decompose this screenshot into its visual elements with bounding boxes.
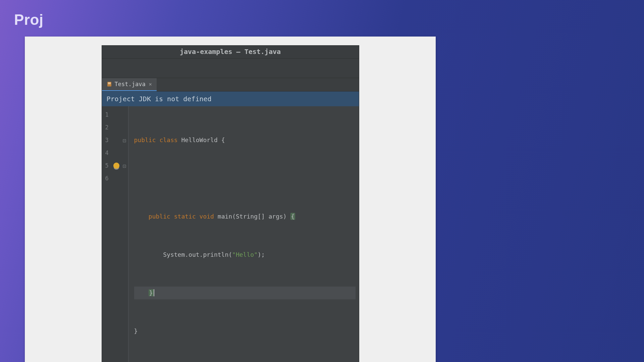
code-line: } xyxy=(134,287,356,299)
fold-icon[interactable] xyxy=(122,138,127,142)
svg-rect-1 xyxy=(108,82,111,83)
jdk-not-defined-banner[interactable]: Project JDK is not defined xyxy=(102,92,359,106)
ide-tab-row: Test.java ✕ xyxy=(102,78,359,92)
page-title: Proj xyxy=(14,11,44,28)
line-number: 6 xyxy=(105,175,109,182)
ide-editor[interactable]: 1 2 3 4 5 6 public class HelloWorld { xyxy=(102,106,359,362)
line-number: 2 xyxy=(105,124,109,131)
code-line: public static void main(String[] args) { xyxy=(134,210,356,223)
code-area[interactable]: public class HelloWorld { public static … xyxy=(129,106,359,362)
line-number: 3 xyxy=(105,137,109,143)
ide-toolbar xyxy=(102,59,359,78)
svg-rect-2 xyxy=(108,83,111,84)
fold-icon[interactable] xyxy=(122,163,127,168)
line-number-gutter: 1 2 3 4 5 6 xyxy=(102,106,129,362)
code-line xyxy=(134,172,356,185)
ide-tab-label: Test.java xyxy=(115,81,146,87)
code-line: System.out.println("Hello"); xyxy=(134,248,356,261)
ide-tab-test-java[interactable]: Test.java ✕ xyxy=(102,78,157,91)
line-number: 5 xyxy=(105,162,109,169)
lightbulb-icon[interactable] xyxy=(113,163,119,169)
java-file-icon xyxy=(107,81,112,87)
line-number: 1 xyxy=(105,111,109,118)
ide-screenshot: java-examples – Test.java Test.java ✕ Pr… xyxy=(102,45,359,362)
code-line: } xyxy=(134,325,356,338)
ide-window-title: java-examples – Test.java xyxy=(102,46,359,59)
code-line: public class HelloWorld { xyxy=(134,134,356,146)
close-icon[interactable]: ✕ xyxy=(149,81,152,87)
article-card: java-examples – Test.java Test.java ✕ Pr… xyxy=(25,37,436,362)
line-number: 4 xyxy=(105,149,109,156)
